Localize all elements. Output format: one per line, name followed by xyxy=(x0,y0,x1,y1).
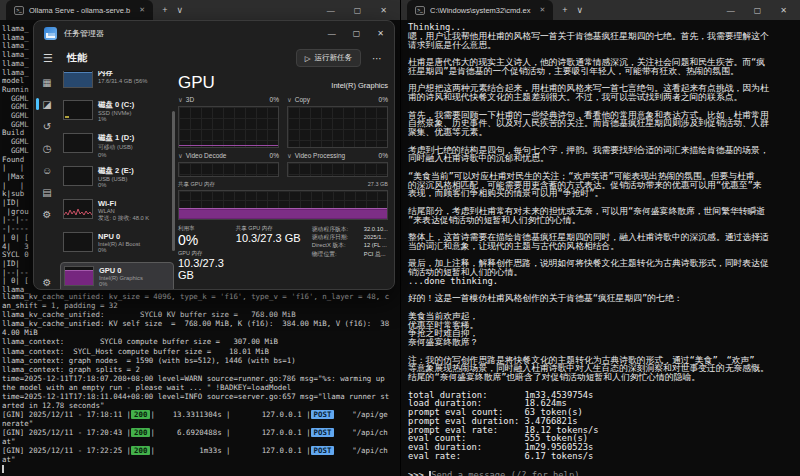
gpu-stats: 利用率 0% GPU 内存 10.3/27.3 GB 共享 GPU 内存 10.… xyxy=(178,225,388,281)
chart-header-copy[interactable]: ∨ Copy 0% xyxy=(287,96,388,104)
hamburger-icon[interactable]: ☰ xyxy=(43,52,61,65)
ollama-chat-output: Thinking... 嗯，用户让我帮他用杜甫的风格写一首关于肯德基疯狂星期四的… xyxy=(408,23,794,461)
shared-memory-label: 共享 GPU 内存 xyxy=(178,181,215,188)
tab-cmd[interactable]: >_ C:\Windows\system32\cmd.ex ✕ xyxy=(407,0,553,20)
close-button[interactable]: ✕ xyxy=(377,29,384,38)
list-item-disk1[interactable]: 磁盘 1 (D:) 可移动 (USB) 0% xyxy=(60,130,174,163)
physical-location-label: 物理位置: xyxy=(312,250,364,258)
list-item-gpu0-selected[interactable]: GPU 0 Intel(R) Graphics 0% xyxy=(60,262,174,290)
performance-icon: ◪ xyxy=(42,99,51,110)
tab-dropdown-icon[interactable]: ∨ xyxy=(176,5,183,15)
maximize-button[interactable]: ▢ xyxy=(353,29,361,38)
nav-startup-apps[interactable]: ◷ xyxy=(34,137,60,159)
scrollbar[interactable] xyxy=(172,111,175,251)
utilization-label: 利用率 xyxy=(178,225,226,232)
item-percent: 0% xyxy=(98,182,134,188)
list-item-npu0[interactable]: NPU 0 Intel(R) AI Boost 0% xyxy=(60,229,174,262)
tab-dropdown-icon[interactable]: ∨ xyxy=(577,5,584,15)
tab-close-icon[interactable]: ✕ xyxy=(139,6,145,14)
list-item-wifi[interactable]: Wi-Fi WLAN 发送: 0 接收: 48.0 K xyxy=(60,196,174,229)
task-manager-icon xyxy=(44,27,57,40)
nav-processes[interactable]: ▦ xyxy=(34,71,60,93)
item-title: Wi-Fi xyxy=(98,199,149,208)
chart-label: Video Processing xyxy=(295,152,345,160)
gin-log-wrap: at" xyxy=(2,437,15,446)
maximize-button[interactable]: ▢ xyxy=(754,6,762,15)
maximize-button[interactable]: ▢ xyxy=(354,6,362,15)
settings-icon[interactable]: ⚙ xyxy=(34,277,60,288)
method-badge: POST xyxy=(311,428,335,437)
page-title: 性能 xyxy=(67,51,87,65)
minimize-button[interactable]: — xyxy=(727,6,735,15)
tab-ollama-serve[interactable]: >_ Ollama Serve - ollama-serve.b ✕ xyxy=(6,0,153,20)
nav-performance[interactable]: ◪ xyxy=(34,93,60,115)
gin-path: "/api/ch xyxy=(334,428,387,437)
list-item-memory[interactable]: 内存 17.6/31.4 GB (56% xyxy=(60,71,174,97)
nav-details[interactable]: ▤ xyxy=(34,181,60,203)
chart-header-video-processing[interactable]: ∨ Video Processing 0% xyxy=(287,152,388,160)
gin-log-wrap: at" xyxy=(2,455,15,464)
chart-header-3d[interactable]: ∨ 3D 0% xyxy=(178,96,279,104)
item-title: 内存 xyxy=(98,71,147,78)
nav-services[interactable]: ⚙ xyxy=(34,203,60,225)
driver-date-value: 2025/1... xyxy=(364,233,387,241)
memory-graph-thumbnail xyxy=(63,71,93,88)
more-options-icon[interactable]: ⋯ xyxy=(372,53,382,64)
gin-log-wrap: nerate" xyxy=(2,419,33,428)
chart-header-video-decode[interactable]: ∨ Video Decode 0% xyxy=(178,152,279,160)
gpu-memory-value: 10.3/27.3 GB xyxy=(178,257,226,281)
task-manager-titlebar[interactable]: 任务管理器 — ▢ ✕ xyxy=(34,21,394,45)
chart-value: 0% xyxy=(270,152,279,160)
gpu-3d-chart xyxy=(178,106,279,148)
new-tab-button[interactable]: + xyxy=(162,5,167,15)
gpu-copy-chart xyxy=(287,106,388,148)
run-task-icon: ▷ xyxy=(305,54,311,63)
gin-prefix: [GIN] 2025/12/11 - 17:18:11 | xyxy=(2,410,131,419)
nav-rail: ▦ ◪ ↺ ◷ ☺ ▤ ⚙ ⚙ xyxy=(34,71,60,290)
gpu-memory-label: GPU 内存 xyxy=(178,250,226,257)
list-item-disk0[interactable]: 磁盘 0 (C:) SSD (NVMe) 1% xyxy=(60,97,174,130)
close-button[interactable]: ✕ xyxy=(380,6,387,15)
chart-label: Copy xyxy=(295,96,310,104)
chart-value: 0% xyxy=(270,96,279,104)
run-task-label: 运行新任务 xyxy=(315,53,353,63)
nav-users[interactable]: ☺ xyxy=(34,159,60,181)
status-badge: 200 xyxy=(131,446,150,455)
gin-path: "/api/ge xyxy=(334,410,387,419)
disk2-graph-thumbnail xyxy=(63,166,93,186)
tab-bar: >_ Ollama Serve - ollama-serve.b ✕ + ∨ —… xyxy=(0,0,400,20)
terminal-cursor-row xyxy=(2,465,4,474)
terminal-log-fragments: llama_ llama_ llama_ llama_ llama_ llama… xyxy=(2,25,29,295)
chevron-down-icon: ∨ xyxy=(178,152,183,160)
shared-memory-max: 27.3 GB xyxy=(368,181,388,188)
run-new-task-button[interactable]: ▷ 运行新任务 xyxy=(296,49,361,67)
item-subtitle: 可移动 (USB) xyxy=(98,143,134,152)
disk0-graph-thumbnail xyxy=(63,100,93,120)
status-badge: 200 xyxy=(131,428,150,437)
tab-close-icon[interactable]: ✕ xyxy=(539,6,545,14)
close-button[interactable]: ✕ xyxy=(780,6,787,15)
gin-wrap-text: at" xyxy=(2,455,15,464)
list-item-disk2[interactable]: 磁盘 2 (E:) USB (USB) 0% xyxy=(60,163,174,196)
chevron-down-icon: ∨ xyxy=(178,96,183,104)
cmd-icon: >_ xyxy=(14,6,24,15)
item-percent: 发送: 0 接收: 48.0 K xyxy=(98,214,149,223)
tab-title: Ollama Serve - ollama-serve.b xyxy=(29,6,130,15)
npu0-graph-thumbnail xyxy=(63,232,93,252)
minimize-button[interactable]: — xyxy=(328,29,336,38)
chart-value: 0% xyxy=(379,152,388,160)
tab-title: C:\Windows\system32\cmd.ex xyxy=(430,6,530,15)
users-icon: ☺ xyxy=(42,165,52,176)
minimize-button[interactable]: — xyxy=(327,6,335,15)
method-badge: POST xyxy=(311,446,335,455)
gpu-detail-panel: GPU Intel(R) Graphics ∨ 3D 0% ∨ Copy 0% xyxy=(178,71,388,290)
ollama-prompt-line[interactable]: >>> Send a message (/? for help) xyxy=(408,470,579,476)
item-title: 磁盘 0 (C:) xyxy=(98,100,134,110)
gin-mid: | 13.3311304s | 127.0.0.1 | xyxy=(150,410,310,419)
terminal-log-lines: llama_kv_cache_unified: kv_size = 4096, … xyxy=(2,292,389,410)
nav-app-history[interactable]: ↺ xyxy=(34,115,60,137)
chevron-down-icon: ∨ xyxy=(287,96,292,104)
item-percent: 0% xyxy=(99,281,143,287)
new-tab-button[interactable]: + xyxy=(562,5,567,15)
cmd-output-area[interactable]: Thinking... 嗯，用户让我帮他用杜甫的风格写一首关于肯德基疯狂星期四的… xyxy=(401,20,800,476)
